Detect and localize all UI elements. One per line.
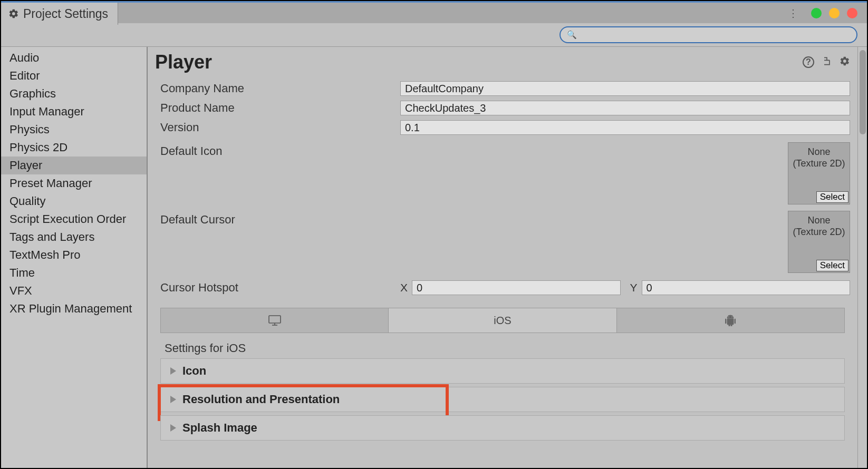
hotspot-x-label: X: [400, 281, 408, 294]
sidebar-item-input-manager[interactable]: Input Manager: [1, 103, 147, 121]
default-icon-slot[interactable]: None(Texture 2D) Select: [788, 142, 850, 204]
product-name-label: Product Name: [160, 101, 400, 115]
settings-for-platform-title: Settings for iOS: [160, 338, 845, 358]
company-name-input[interactable]: [400, 81, 850, 96]
window-titlebar: Project Settings ⋮: [1, 1, 867, 23]
hotspot-y-label: Y: [630, 281, 638, 294]
foldout-icon[interactable]: Icon: [160, 358, 845, 384]
texture-type-text: (Texture 2D): [793, 227, 845, 237]
search-input[interactable]: [577, 30, 850, 40]
sidebar-item-textmesh-pro[interactable]: TextMesh Pro: [1, 246, 147, 264]
foldout-label: Splash Image: [182, 421, 257, 435]
platform-tab-ios-label: iOS: [494, 315, 511, 327]
texture-none-text: None: [807, 146, 830, 157]
sidebar-item-preset-manager[interactable]: Preset Manager: [1, 174, 147, 192]
sidebar-item-physics[interactable]: Physics: [1, 121, 147, 139]
settings-sidebar: AudioEditorGraphicsInput ManagerPhysicsP…: [1, 47, 148, 468]
main-content: Player ? Company Name: [148, 47, 857, 468]
svg-point-3: [729, 317, 729, 317]
sidebar-item-player[interactable]: Player: [1, 157, 147, 174]
foldout-resolution-and-presentation[interactable]: Resolution and Presentation: [160, 387, 845, 412]
sidebar-item-time[interactable]: Time: [1, 264, 147, 282]
page-title: Player: [155, 51, 212, 73]
disclosure-triangle-icon: [170, 424, 176, 432]
foldout-splash-image[interactable]: Splash Image: [160, 415, 845, 441]
search-icon: 🔍: [567, 30, 577, 40]
cursor-hotspot-label: Cursor Hotspot: [160, 281, 400, 295]
sidebar-item-tags-and-layers[interactable]: Tags and Layers: [1, 228, 147, 246]
sidebar-item-quality[interactable]: Quality: [1, 192, 147, 210]
scrollbar-thumb[interactable]: [860, 50, 866, 134]
svg-point-4: [732, 317, 732, 317]
search-input-container[interactable]: 🔍: [560, 26, 857, 43]
default-icon-select-button[interactable]: Select: [816, 191, 848, 203]
texture-type-text: (Texture 2D): [793, 158, 845, 169]
vertical-scrollbar[interactable]: [857, 47, 867, 468]
settings-gear-icon[interactable]: [840, 56, 850, 69]
help-icon[interactable]: ?: [803, 56, 814, 68]
hotspot-y-input[interactable]: [642, 280, 850, 295]
android-icon: [725, 315, 736, 326]
default-cursor-slot[interactable]: None(Texture 2D) Select: [788, 211, 850, 273]
foldout-label: Icon: [182, 364, 206, 378]
texture-none-text: None: [807, 215, 830, 226]
foldout-label: Resolution and Presentation: [182, 393, 340, 406]
product-name-input[interactable]: [400, 101, 850, 115]
sidebar-item-vfx[interactable]: VFX: [1, 282, 147, 300]
window-tab[interactable]: Project Settings: [1, 3, 118, 25]
monitor-icon: [268, 315, 282, 326]
sidebar-item-xr-plugin-management[interactable]: XR Plugin Management: [1, 300, 147, 318]
default-icon-label: Default Icon: [160, 142, 400, 158]
company-name-label: Company Name: [160, 82, 400, 95]
window-tab-title: Project Settings: [23, 7, 108, 21]
svg-rect-0: [269, 316, 281, 323]
sidebar-item-script-execution-order[interactable]: Script Execution Order: [1, 210, 147, 228]
version-label: Version: [160, 121, 400, 134]
platform-tab-ios[interactable]: iOS: [389, 308, 616, 333]
traffic-light-yellow[interactable]: [829, 8, 840, 18]
platform-tab-desktop[interactable]: [161, 308, 389, 333]
traffic-light-green[interactable]: [811, 8, 822, 18]
gear-icon: [8, 8, 19, 19]
sidebar-item-editor[interactable]: Editor: [1, 67, 147, 85]
version-input[interactable]: [400, 120, 850, 135]
kebab-menu-icon[interactable]: ⋮: [788, 7, 798, 19]
sidebar-item-audio[interactable]: Audio: [1, 49, 147, 67]
platform-tab-android[interactable]: [617, 308, 844, 333]
traffic-light-red[interactable]: [847, 8, 857, 18]
disclosure-triangle-icon: [170, 396, 176, 403]
hotspot-x-input[interactable]: [412, 280, 620, 295]
disclosure-triangle-icon: [170, 367, 176, 375]
sidebar-item-physics-2d[interactable]: Physics 2D: [1, 139, 147, 157]
default-cursor-label: Default Cursor: [160, 211, 400, 227]
sidebar-item-graphics[interactable]: Graphics: [1, 85, 147, 103]
default-cursor-select-button[interactable]: Select: [816, 260, 848, 271]
preset-icon[interactable]: [822, 56, 832, 69]
search-row: 🔍: [1, 23, 867, 46]
